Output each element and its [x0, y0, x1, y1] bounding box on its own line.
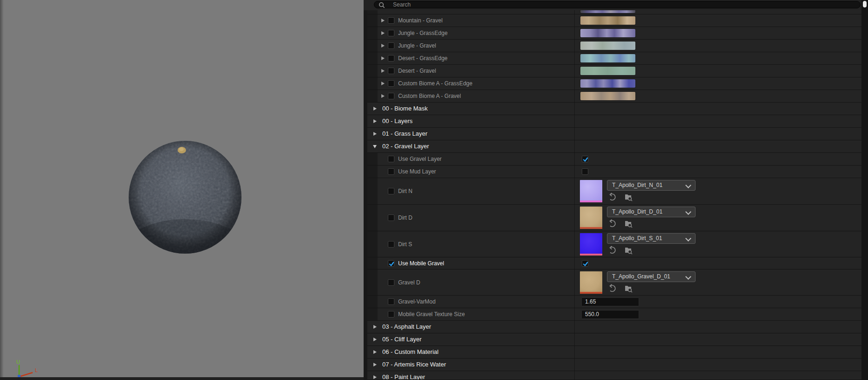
panel-scrollbar[interactable]: [861, 0, 868, 380]
asset-dropdown[interactable]: T_Apollo_Dirt_N_01: [607, 180, 696, 191]
column-divider: [574, 308, 575, 320]
partial-row: [367, 10, 861, 14]
number-input[interactable]: 550.0: [581, 310, 639, 319]
expander-icon[interactable]: [381, 82, 385, 85]
expander-icon[interactable]: [373, 107, 377, 111]
expander-icon[interactable]: [373, 132, 377, 136]
parameter-rows: Mountain - Gravel Jungle - GrassEdge Jun…: [367, 0, 861, 380]
override-checkbox[interactable]: [388, 93, 394, 99]
override-checkbox[interactable]: [388, 168, 394, 175]
override-checkbox[interactable]: [388, 188, 394, 194]
column-divider: [574, 128, 575, 140]
texture-thumbnail[interactable]: [580, 207, 602, 229]
viewport-bottom-bar: [0, 377, 364, 380]
use-selected-asset-icon[interactable]: [608, 284, 617, 293]
category-grass-layer[interactable]: 01 - Grass Layer: [367, 128, 861, 140]
chevron-down-icon: [685, 209, 691, 215]
material-preview-viewport[interactable]: U L: [0, 0, 364, 380]
asset-name: T_Apollo_Dirt_N_01: [612, 180, 662, 190]
expander-icon[interactable]: [373, 350, 377, 354]
chevron-down-icon: [685, 182, 691, 188]
texture-thumbnail[interactable]: [580, 271, 602, 294]
override-checkbox[interactable]: [388, 279, 394, 286]
expander-icon[interactable]: [381, 44, 385, 48]
row-dirt-s: Dirt S T_Apollo_Dirt_S_01: [367, 231, 861, 257]
column-divider: [574, 115, 575, 127]
param-label: Mobile Gravel Texture Size: [398, 308, 465, 320]
category-custom-material[interactable]: 06 - Custom Material: [367, 346, 861, 359]
category-layers[interactable]: 00 - Layers: [367, 115, 861, 128]
column-divider: [574, 90, 575, 102]
override-checkbox[interactable]: [388, 68, 394, 74]
number-input[interactable]: 1.65: [581, 297, 639, 306]
column-divider: [574, 77, 575, 90]
expander-icon[interactable]: [373, 325, 377, 329]
use-selected-asset-icon[interactable]: [608, 246, 617, 255]
asset-dropdown[interactable]: T_Apollo_Gravel_D_01: [607, 271, 696, 282]
category-cliff-layer[interactable]: 05 - Cliff Layer: [367, 333, 861, 346]
row-gutter: [367, 231, 378, 257]
row-gutter: [367, 269, 378, 295]
asset-name: T_Apollo_Dirt_D_01: [612, 207, 662, 217]
color-swatch[interactable]: [580, 41, 636, 50]
category-gravel-layer[interactable]: 02 - Gravel Layer: [367, 140, 861, 153]
category-label: 00 - Layers: [382, 115, 413, 127]
column-divider: [574, 65, 575, 77]
override-checkbox[interactable]: [388, 55, 394, 62]
use-selected-asset-icon[interactable]: [608, 219, 617, 228]
texture-thumbnail[interactable]: [580, 180, 602, 202]
override-checkbox[interactable]: [388, 311, 394, 318]
row-gutter: [367, 77, 378, 90]
category-paint-layer[interactable]: 08 - Paint Layer: [367, 371, 861, 380]
override-checkbox[interactable]: [388, 17, 394, 24]
browse-to-asset-icon[interactable]: [624, 219, 633, 228]
row-jungle-grassedge: Jungle - GrassEdge: [367, 27, 861, 40]
color-swatch[interactable]: [580, 16, 636, 25]
override-checkbox[interactable]: [388, 30, 394, 36]
scrollbar-thumb[interactable]: [863, 1, 867, 7]
expander-icon[interactable]: [373, 338, 377, 341]
column-divider: [574, 40, 575, 52]
color-swatch[interactable]: [580, 54, 636, 63]
asset-dropdown[interactable]: T_Apollo_Dirt_D_01: [607, 207, 696, 217]
panel-left-edge: [364, 0, 367, 380]
expander-icon[interactable]: [373, 363, 377, 366]
override-checkbox[interactable]: [388, 156, 394, 162]
category-biome-mask[interactable]: 00 - Biome Mask: [367, 103, 861, 115]
expander-icon[interactable]: [381, 94, 385, 98]
expander-icon[interactable]: [373, 119, 377, 123]
override-checkbox[interactable]: [388, 214, 394, 221]
use-selected-asset-icon[interactable]: [608, 193, 617, 201]
value-checkbox-checked[interactable]: [582, 260, 588, 267]
color-swatch[interactable]: [580, 28, 636, 38]
row-gutter: [367, 296, 378, 308]
category-artemis-rice-water[interactable]: 07 - Artemis Rice Water: [367, 359, 861, 371]
color-swatch[interactable]: [580, 66, 636, 76]
asset-dropdown[interactable]: T_Apollo_Dirt_S_01: [607, 233, 696, 244]
expander-icon[interactable]: [373, 145, 377, 148]
color-swatch[interactable]: [580, 10, 636, 14]
value-checkbox-unchecked[interactable]: [582, 168, 588, 175]
value-checkbox-checked[interactable]: [582, 156, 588, 162]
browse-to-asset-icon[interactable]: [624, 246, 633, 255]
browse-to-asset-icon[interactable]: [624, 193, 633, 201]
override-checkbox[interactable]: [388, 241, 394, 248]
row-gutter: [367, 90, 378, 102]
category-asphalt-layer[interactable]: 03 - Asphalt Layer: [367, 321, 861, 333]
expander-icon[interactable]: [381, 69, 385, 73]
override-checkbox[interactable]: [388, 42, 394, 49]
expander-icon[interactable]: [373, 375, 377, 379]
asset-type-strip: [580, 200, 602, 202]
param-label: Custom Biome A - Gravel: [398, 90, 461, 102]
color-swatch[interactable]: [580, 91, 636, 101]
browse-to-asset-icon[interactable]: [624, 284, 633, 293]
row-gutter: [367, 65, 378, 77]
expander-icon[interactable]: [381, 19, 385, 22]
override-checkbox[interactable]: [388, 298, 394, 305]
expander-icon[interactable]: [381, 56, 385, 60]
expander-icon[interactable]: [381, 31, 385, 35]
override-checkbox[interactable]: [388, 80, 394, 87]
color-swatch[interactable]: [580, 79, 636, 88]
override-checkbox-checked[interactable]: [388, 260, 394, 267]
texture-thumbnail[interactable]: [580, 233, 602, 256]
